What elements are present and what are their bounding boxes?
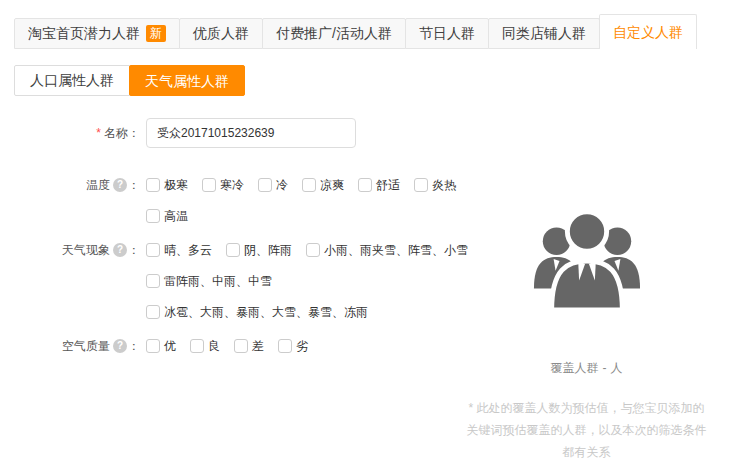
coverage-label: 覆盖人群 <box>551 361 599 375</box>
audience-group-icon <box>528 204 646 318</box>
audience-tab-bar: 淘宝首页潜力人群新 优质人群 付费推广/活动人群 节日人群 同类店铺人群 自定义… <box>14 14 743 49</box>
temperature-row: 温度 ? ： 极寒 寒冷 冷 凉爽 舒适 炎热 高温 <box>0 175 430 226</box>
checkbox[interactable] <box>306 243 320 257</box>
audience-name-input[interactable] <box>146 118 356 148</box>
coverage-count-text: 覆盖人群-人 <box>549 360 625 377</box>
checkbox-option[interactable]: 劣 <box>278 338 308 355</box>
coverage-note-line: * 此处的覆盖人数为预估值，与您宝贝添加的 <box>467 397 707 419</box>
checkbox-option[interactable]: 晴、多云 <box>146 242 212 259</box>
checkbox[interactable] <box>234 339 248 353</box>
name-label: * 名称 ： <box>0 118 140 148</box>
tab-label: 节日人群 <box>419 25 475 41</box>
checkbox[interactable] <box>146 339 160 353</box>
tab-label: 付费推广/活动人群 <box>276 25 392 41</box>
new-badge: 新 <box>146 25 166 42</box>
checkbox-option[interactable]: 冷 <box>258 177 288 194</box>
tab-label: 自定义人群 <box>613 24 683 40</box>
help-icon[interactable]: ? <box>113 339 127 353</box>
checkbox-option[interactable]: 寒冷 <box>202 177 244 194</box>
checkbox-option[interactable]: 凉爽 <box>302 177 344 194</box>
tab-label: 优质人群 <box>193 25 249 41</box>
help-icon[interactable]: ? <box>113 178 127 192</box>
weather-phenomena-row: 天气现象 ? ： 晴、多云 阴、阵雨 小雨、雨夹雪、阵雪、小雪 雷阵雨、中雨、中… <box>0 240 430 322</box>
checkbox-option[interactable]: 冰雹、大雨、暴雨、大雪、暴雪、冻雨 <box>146 304 368 321</box>
coverage-value: - <box>603 361 607 375</box>
coverage-note-line: 关键词预估覆盖的人群，以及本次的筛选条件 <box>467 419 707 441</box>
checkbox[interactable] <box>146 274 160 288</box>
checkbox-option[interactable]: 舒适 <box>358 177 400 194</box>
checkbox-option[interactable]: 极寒 <box>146 177 188 194</box>
weather-audience-form: * 名称 ： 温度 ? ： 极寒 寒冷 冷 凉爽 舒适 <box>0 118 743 463</box>
checkbox[interactable] <box>146 178 160 192</box>
coverage-note: * 此处的覆盖人数为预估值，与您宝贝添加的 关键词预估覆盖的人群，以及本次的筛选… <box>467 397 707 463</box>
coverage-summary-panel: 覆盖人群-人 * 此处的覆盖人数为预估值，与您宝贝添加的 关键词预估覆盖的人群，… <box>430 118 743 463</box>
checkbox[interactable] <box>258 178 272 192</box>
checkbox[interactable] <box>358 178 372 192</box>
tab-paid-promo-activity-audience[interactable]: 付费推广/活动人群 <box>262 18 406 49</box>
coverage-unit: 人 <box>611 361 623 375</box>
checkbox[interactable] <box>146 243 160 257</box>
required-asterisk: * <box>96 126 101 140</box>
checkbox-option[interactable]: 高温 <box>146 208 188 225</box>
subtab-label: 天气属性人群 <box>145 73 229 89</box>
air-quality-row: 空气质量 ? ： 优 良 差 劣 <box>0 336 430 356</box>
checkbox[interactable] <box>414 178 428 192</box>
subtab-label: 人口属性人群 <box>30 72 114 88</box>
checkbox[interactable] <box>146 209 160 223</box>
checkbox[interactable] <box>146 305 160 319</box>
checkbox[interactable] <box>226 243 240 257</box>
checkbox[interactable] <box>302 178 316 192</box>
checkbox-option[interactable]: 差 <box>234 338 264 355</box>
checkbox-option[interactable]: 优 <box>146 338 176 355</box>
air-quality-options: 优 良 差 劣 <box>146 336 430 356</box>
temperature-options-line2: 高温 <box>146 206 470 226</box>
checkbox-option[interactable]: 良 <box>190 338 220 355</box>
subtab-weather-audience[interactable]: 天气属性人群 <box>129 65 245 96</box>
tab-taobao-homepage-potential[interactable]: 淘宝首页潜力人群新 <box>14 18 180 49</box>
temperature-options-line1: 极寒 寒冷 冷 凉爽 舒适 炎热 <box>146 175 470 195</box>
checkbox[interactable] <box>278 339 292 353</box>
air-quality-label: 空气质量 ? ： <box>0 336 140 356</box>
custom-audience-subtabs: 人口属性人群 天气属性人群 <box>14 65 743 96</box>
checkbox[interactable] <box>190 339 204 353</box>
checkbox-option[interactable]: 雷阵雨、中雨、中雪 <box>146 273 272 290</box>
tab-label: 淘宝首页潜力人群 <box>28 25 140 41</box>
tab-custom-audience[interactable]: 自定义人群 <box>599 14 697 49</box>
checkbox-option[interactable]: 阴、阵雨 <box>226 242 292 259</box>
tab-festival-audience[interactable]: 节日人群 <box>405 18 489 49</box>
tab-label: 同类店铺人群 <box>502 25 586 41</box>
checkbox[interactable] <box>202 178 216 192</box>
coverage-note-line: 都有关系 <box>467 441 707 463</box>
tab-premium-audience[interactable]: 优质人群 <box>179 18 263 49</box>
name-row: * 名称 ： <box>0 118 430 148</box>
temperature-label: 温度 ? ： <box>0 175 140 195</box>
tab-similar-shop-audience[interactable]: 同类店铺人群 <box>488 18 600 49</box>
help-icon[interactable]: ? <box>113 243 127 257</box>
weather-phenomena-label: 天气现象 ? ： <box>0 240 140 260</box>
subtab-demographic-audience[interactable]: 人口属性人群 <box>14 65 130 96</box>
form-column: * 名称 ： 温度 ? ： 极寒 寒冷 冷 凉爽 舒适 <box>0 118 430 463</box>
